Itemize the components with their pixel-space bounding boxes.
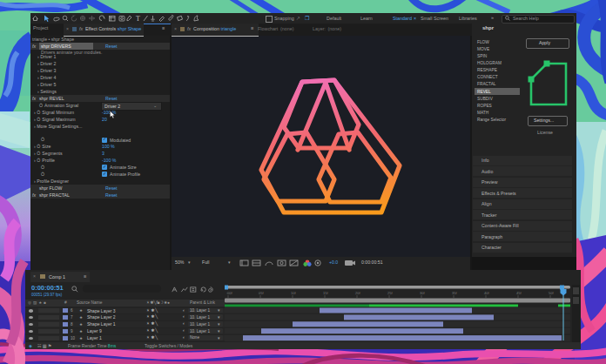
svg-text:30f: 30f — [420, 291, 425, 295]
svg-text::00f: :00f — [226, 291, 233, 295]
svg-text:40f: 40f — [484, 291, 489, 295]
svg-text:20f: 20f — [355, 291, 360, 295]
svg-text:45f: 45f — [516, 291, 522, 295]
svg-text:10f: 10f — [291, 291, 296, 295]
svg-text:15f: 15f — [323, 291, 328, 295]
svg-text:50f: 50f — [549, 291, 554, 295]
svg-text:05f: 05f — [259, 291, 264, 295]
svg-text:T: T — [136, 15, 140, 23]
svg-text:25f: 25f — [387, 291, 393, 295]
svg-text:35f: 35f — [452, 291, 457, 295]
